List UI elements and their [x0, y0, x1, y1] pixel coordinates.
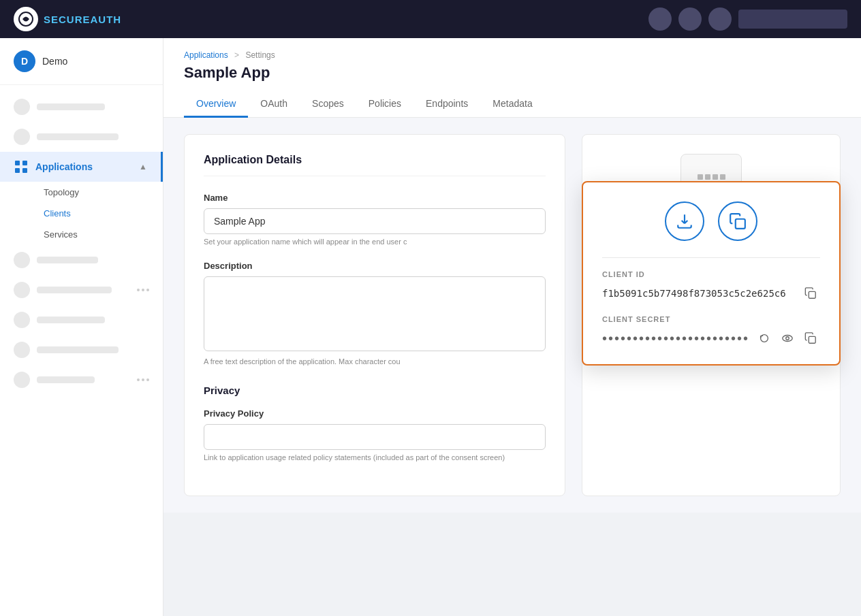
name-input[interactable]	[204, 208, 546, 234]
copy-secret-button[interactable]	[801, 329, 820, 348]
sidebar-items: Applications ▲ Topology Clients Services	[0, 85, 163, 402]
privacy-section-title: Privacy	[204, 380, 546, 396]
privacy-policy-form-group: Privacy Policy Link to application usage…	[204, 408, 546, 461]
sidebar-sub-items: Topology Clients Services	[0, 182, 163, 245]
user-name: Demo	[42, 56, 67, 67]
sidebar-sub-clients[interactable]: Clients	[35, 203, 163, 224]
svg-rect-6	[736, 219, 745, 229]
privacy-policy-hint: Link to application usage related policy…	[204, 453, 546, 461]
secret-actions	[755, 329, 820, 348]
tab-metadata[interactable]: Metadata	[480, 91, 544, 118]
top-navigation: SECUREAUTH	[0, 0, 861, 38]
privacy-policy-input[interactable]	[204, 424, 546, 450]
client-secret-section: CLIENT SECRET ••••••••••••••••••••••••	[602, 315, 820, 348]
sidebar-skeleton-7	[0, 365, 163, 395]
name-hint: Set your application name which will app…	[204, 238, 546, 246]
card-title: Application Details	[204, 154, 546, 176]
client-id-row: f1b5091c5b77498f873053c5c2e625c6	[602, 284, 820, 303]
tab-endpoints[interactable]: Endpoints	[413, 91, 480, 118]
copy-client-id-button[interactable]	[801, 284, 820, 303]
sidebar-skeleton-5	[0, 305, 163, 335]
svg-rect-1	[15, 161, 20, 165]
description-input[interactable]	[204, 276, 546, 351]
tab-policies[interactable]: Policies	[356, 91, 413, 118]
credential-box: CLIENT ID f1b5091c5b77498f873053c5c2e625…	[582, 181, 841, 366]
name-form-group: Name Set your application name which wil…	[204, 193, 546, 246]
application-details-card: Application Details Name Set your applic…	[184, 134, 565, 496]
svg-rect-10	[809, 336, 815, 343]
nav-search-bar	[738, 10, 847, 29]
nav-icon-1[interactable]	[648, 7, 672, 31]
sidebar-user[interactable]: D Demo	[0, 38, 163, 85]
show-secret-button[interactable]	[778, 329, 797, 348]
svg-rect-2	[22, 161, 27, 165]
regenerate-secret-button[interactable]	[755, 329, 774, 348]
tab-scopes[interactable]: Scopes	[300, 91, 356, 118]
logo-area: SECUREAUTH	[14, 7, 648, 31]
breadcrumb: Applications > Settings	[184, 50, 841, 60]
applications-label: Applications	[35, 161, 93, 172]
tab-oauth[interactable]: OAuth	[248, 91, 300, 118]
copy-credentials-button[interactable]	[718, 201, 757, 241]
description-form-group: Description A free text description of t…	[204, 261, 546, 366]
user-avatar: D	[14, 50, 35, 72]
nav-icon-2[interactable]	[678, 7, 702, 31]
sidebar-item-applications[interactable]: Applications ▲	[0, 152, 163, 182]
sidebar-skeleton-6	[0, 335, 163, 365]
client-id-label: CLIENT ID	[602, 270, 820, 278]
sidebar-sub-services[interactable]: Services	[35, 224, 163, 245]
sidebar-skeleton-2	[0, 122, 163, 152]
page-header: Applications > Settings Sample App Overv…	[163, 38, 861, 118]
privacy-policy-label: Privacy Policy	[204, 408, 546, 419]
tab-overview[interactable]: Overview	[184, 91, 248, 118]
svg-point-9	[786, 337, 789, 340]
client-secret-row: ••••••••••••••••••••••••	[602, 329, 820, 348]
nav-icon-3[interactable]	[708, 7, 732, 31]
page-title: Sample App	[184, 64, 841, 82]
sidebar-skeleton-1	[0, 92, 163, 122]
name-label: Name	[204, 193, 546, 203]
nav-icons	[648, 7, 847, 31]
sidebar: D Demo	[0, 38, 163, 616]
sidebar-sub-topology[interactable]: Topology	[35, 182, 163, 203]
svg-rect-4	[22, 168, 27, 173]
breadcrumb-separator: >	[234, 50, 239, 60]
cred-actions	[602, 201, 820, 241]
client-secret-label: CLIENT SECRET	[602, 315, 820, 323]
client-secret-masked: ••••••••••••••••••••••••	[602, 331, 749, 346]
sidebar-skeleton-4	[0, 275, 163, 305]
svg-rect-7	[809, 291, 815, 298]
tabs: Overview OAuth Scopes Policies Endpoints…	[184, 91, 841, 117]
logo-icon	[14, 7, 38, 31]
breadcrumb-link[interactable]: Applications	[184, 50, 228, 60]
svg-rect-3	[15, 168, 20, 173]
sidebar-skeleton-3	[0, 245, 163, 275]
breadcrumb-current: Settings	[245, 50, 275, 60]
description-hint: A free text description of the applicati…	[204, 357, 546, 366]
download-credentials-button[interactable]	[665, 201, 704, 241]
cred-divider	[602, 257, 820, 258]
applications-icon	[14, 159, 29, 174]
logo-text: SECUREAUTH	[44, 14, 121, 25]
client-id-value: f1b5091c5b77498f873053c5c2e625c6	[602, 288, 786, 299]
applications-chevron: ▲	[139, 162, 147, 172]
description-label: Description	[204, 261, 546, 271]
